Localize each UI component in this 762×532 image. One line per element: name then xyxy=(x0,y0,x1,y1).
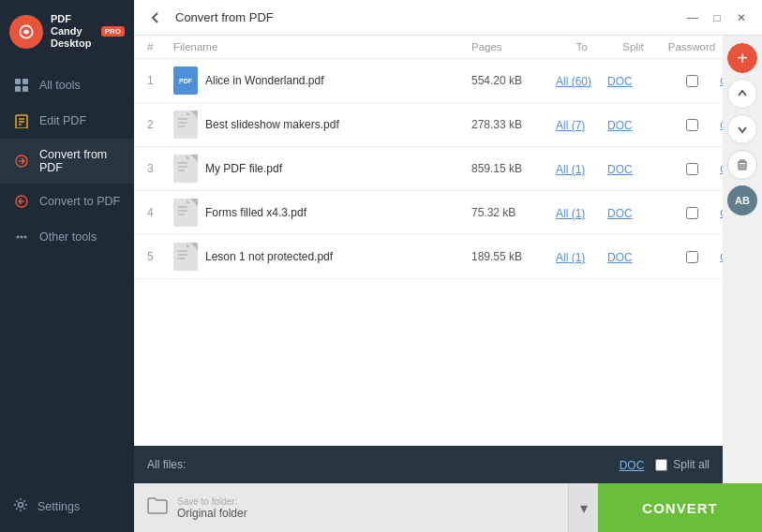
sidebar-item-convert-from-pdf[interactable]: Convert from PDF xyxy=(0,139,134,184)
row-filename: Leson 1 not protected.pdf xyxy=(173,243,471,271)
split-all-control: Split all xyxy=(655,458,710,471)
row-split[interactable] xyxy=(659,75,725,87)
sidebar-item-label: Convert from PDF xyxy=(39,148,121,174)
row-pages[interactable]: All (60) xyxy=(556,72,607,89)
split-all-checkbox[interactable] xyxy=(655,459,667,471)
row-to-format[interactable]: DOC xyxy=(607,72,659,89)
row-pages[interactable]: All (1) xyxy=(556,160,607,177)
row-size: 75.32 kB xyxy=(471,206,556,219)
convert-button[interactable]: CONVERT xyxy=(598,483,762,532)
sidebar: PDF Candy Desktop PRO All tools Edit PDF… xyxy=(0,0,134,532)
close-button[interactable]: ✕ xyxy=(732,8,751,27)
col-num: # xyxy=(147,41,173,52)
window-controls: — □ ✕ xyxy=(683,8,751,27)
settings-label: Settings xyxy=(37,500,80,513)
file-icon-generic xyxy=(173,199,198,227)
title-bar: Convert from PDF — □ ✕ xyxy=(134,0,762,36)
save-folder-area[interactable]: Save to folder: Original folder xyxy=(147,483,568,532)
sidebar-item-label: Convert to PDF xyxy=(39,195,120,208)
row-number: 3 xyxy=(147,162,173,175)
row-pages[interactable]: All (1) xyxy=(556,204,607,221)
sidebar-item-label: Edit PDF xyxy=(39,114,86,127)
row-filename: PDF Alice in Wonderland.pdf xyxy=(173,66,471,95)
all-files-label: All files: xyxy=(147,458,186,471)
row-number: 4 xyxy=(147,206,173,219)
file-table-area: # Filename Pages To Split Password 1 PDF… xyxy=(134,36,762,446)
col-password: Password xyxy=(659,41,725,52)
move-down-button[interactable] xyxy=(727,114,757,144)
move-up-button[interactable] xyxy=(727,79,757,109)
sidebar-item-label: All tools xyxy=(39,79,81,92)
sidebar-item-edit-pdf[interactable]: Edit PDF xyxy=(0,103,134,139)
save-folder-text: Save to folder: Original folder xyxy=(177,496,247,520)
row-split[interactable] xyxy=(659,163,725,175)
bottom-format-link[interactable]: DOC xyxy=(620,456,645,473)
svg-rect-4 xyxy=(22,86,28,92)
svg-rect-1 xyxy=(15,79,21,84)
row-to-format[interactable]: DOC xyxy=(607,160,659,177)
convert-from-pdf-icon xyxy=(13,153,30,170)
folder-dropdown-button[interactable]: ▾ xyxy=(568,483,598,532)
delete-button[interactable] xyxy=(727,150,757,180)
row-to-format[interactable]: DOC xyxy=(607,248,659,265)
table-row: 3 My PDF file.pdf 859.15 kB All (1) DOC … xyxy=(134,147,762,191)
row-split[interactable] xyxy=(659,119,725,131)
add-file-button[interactable]: + xyxy=(727,43,757,73)
side-buttons-panel: + AB xyxy=(723,36,762,446)
row-to-format[interactable]: DOC xyxy=(607,204,659,221)
row-number: 5 xyxy=(147,250,173,263)
edit-pdf-icon xyxy=(13,112,30,129)
col-pages: Pages xyxy=(471,41,556,52)
avatar-button[interactable]: AB xyxy=(727,185,757,215)
main-content: Convert from PDF — □ ✕ # Filename Pages … xyxy=(134,0,762,532)
table-body: 1 PDF Alice in Wonderland.pdf 554.20 kB … xyxy=(134,59,762,446)
table-header: # Filename Pages To Split Password xyxy=(134,36,762,59)
row-to-format[interactable]: DOC xyxy=(607,116,659,133)
other-tools-icon xyxy=(13,229,30,245)
row-pages[interactable]: All (7) xyxy=(556,116,607,133)
row-size: 189.55 kB xyxy=(471,250,556,263)
row-number: 2 xyxy=(147,118,173,131)
convert-to-pdf-icon xyxy=(13,193,30,210)
row-filename: Best slideshow makers.pdf xyxy=(173,111,471,139)
row-split[interactable] xyxy=(659,251,725,263)
svg-point-14 xyxy=(19,503,23,508)
row-filename: My PDF file.pdf xyxy=(173,155,471,183)
sidebar-item-other-tools[interactable]: Other tools xyxy=(0,219,134,255)
sidebar-footer: Settings xyxy=(0,480,134,532)
row-size: 278.33 kB xyxy=(471,118,556,131)
svg-point-11 xyxy=(17,235,20,238)
table-row: 2 Best slideshow makers.pdf 278.33 kB Al… xyxy=(134,103,762,147)
table-row: 5 Leson 1 not protected.pdf 189.55 kB Al… xyxy=(134,235,762,279)
sidebar-logo: PDF Candy Desktop PRO xyxy=(0,0,134,64)
row-size: 554.20 kB xyxy=(471,74,556,87)
file-icon-generic xyxy=(173,111,198,139)
table-row: 4 Forms filled x4.3.pdf 75.32 kB All (1)… xyxy=(134,191,762,235)
row-number: 1 xyxy=(147,74,173,87)
save-folder-value: Original folder xyxy=(177,507,247,520)
settings-icon xyxy=(13,497,28,515)
split-all-label: Split all xyxy=(673,458,710,471)
col-to: To xyxy=(556,41,607,52)
bottom-bar: All files: DOC Split all xyxy=(134,446,723,483)
table-row: 1 PDF Alice in Wonderland.pdf 554.20 kB … xyxy=(134,59,762,103)
row-filename: Forms filled x4.3.pdf xyxy=(173,199,471,227)
logo-icon xyxy=(9,15,43,49)
row-pages[interactable]: All (1) xyxy=(556,248,607,265)
sidebar-item-convert-to-pdf[interactable]: Convert to PDF xyxy=(0,184,134,219)
minimize-button[interactable]: — xyxy=(683,8,702,27)
file-icon-generic xyxy=(173,243,198,271)
back-button[interactable] xyxy=(145,7,166,28)
file-icon-generic xyxy=(173,155,198,183)
row-split[interactable] xyxy=(659,207,725,219)
maximize-button[interactable]: □ xyxy=(708,8,726,27)
logo-text: PDF Candy Desktop xyxy=(51,13,97,51)
sidebar-nav: All tools Edit PDF Convert from PDF Conv… xyxy=(0,64,134,480)
save-to-folder-label: Save to folder: xyxy=(177,496,247,507)
sidebar-item-all-tools[interactable]: All tools xyxy=(0,67,134,103)
logo-pro-badge: PRO xyxy=(101,26,125,37)
all-tools-icon xyxy=(13,77,30,94)
footer: Save to folder: Original folder ▾ CONVER… xyxy=(134,483,762,532)
settings-item[interactable]: Settings xyxy=(13,492,121,521)
page-title: Convert from PDF xyxy=(175,10,674,24)
